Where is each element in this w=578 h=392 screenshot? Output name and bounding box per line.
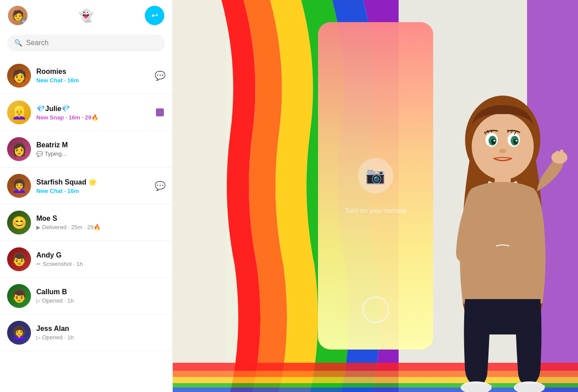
- chat-sub-text: ✂ Screenshot · 1h: [36, 261, 149, 267]
- chat-indicator-roomies: 💬: [155, 70, 165, 81]
- svg-point-20: [491, 139, 496, 144]
- chat-info-jess: Jess Alan▷ Opened · 1h: [36, 325, 149, 341]
- chat-item-callum[interactable]: 👦Callum B▷ Opened · 1h: [0, 278, 172, 315]
- chat-name: Andy G: [36, 251, 149, 259]
- main-area: 📷 Turn on your camera: [173, 0, 578, 392]
- chat-avatar-julie: 👱‍♀️: [7, 100, 31, 124]
- chat-name: Roomies: [36, 68, 149, 76]
- chat-name: Callum B: [36, 288, 149, 296]
- bitmoji-character: [436, 82, 569, 392]
- avatar-image: 👩‍🦱: [7, 174, 31, 198]
- settings-gear-icon: ⚙: [20, 18, 27, 25]
- chat-sub-text: New Snap · 16m · 29🔥: [36, 114, 149, 121]
- chat-sub-icon: ▷: [36, 334, 40, 341]
- chat-indicator-beatriz: [155, 144, 165, 154]
- sidebar-header: 🧑 ⚙ 👻 ↩: [0, 0, 172, 31]
- svg-rect-0: [173, 0, 226, 392]
- chat-sub-icon: ▷: [36, 298, 40, 304]
- chat-indicator-starfish: 💬: [155, 181, 165, 191]
- chat-avatar-beatriz: 👩: [7, 137, 31, 161]
- svg-point-25: [551, 151, 567, 164]
- chat-sub-icon: ✂: [36, 261, 41, 267]
- svg-point-22: [493, 140, 495, 142]
- chat-indicator-jess: [155, 327, 165, 338]
- chat-info-starfish: Starfish Squad 🌟New Chat · 16m: [36, 178, 149, 194]
- avatar-image: 👦: [7, 247, 31, 271]
- chat-item-moe[interactable]: 😊Moe S▶ Delivered · 25m · 29🔥: [0, 204, 172, 241]
- add-friend-button[interactable]: ↩: [145, 6, 164, 25]
- chat-bubble-icon: 💬: [155, 70, 166, 81]
- chat-sub-text: ▷ Opened · 1h: [36, 297, 149, 304]
- chat-name: Moe S: [36, 215, 149, 223]
- search-input-wrap: 🔍: [7, 35, 165, 51]
- chat-item-beatriz[interactable]: 👩Beatriz M💬 Typing...: [0, 131, 172, 168]
- avatar-image: 👩: [7, 137, 31, 161]
- shutter-button[interactable]: [362, 296, 389, 323]
- chat-info-julie: 💎Julie💎New Snap · 16m · 29🔥: [36, 104, 149, 121]
- chat-name: Beatriz M: [36, 141, 149, 149]
- search-icon: 🔍: [14, 39, 23, 47]
- chat-item-roomies[interactable]: 🧑RoomiesNew Chat · 16m💬: [0, 58, 172, 94]
- chat-name: Starfish Squad 🌟: [36, 178, 149, 186]
- avatar-image: 🧑: [7, 64, 31, 88]
- chat-indicator-andy: [155, 254, 165, 265]
- svg-rect-26: [556, 151, 559, 159]
- chat-avatar-jess: 👩‍🦱: [7, 321, 31, 345]
- chat-info-roomies: RoomiesNew Chat · 16m: [36, 68, 149, 84]
- snap-received-indicator: [156, 108, 164, 116]
- chat-sub-text: New Chat · 16m: [36, 188, 149, 194]
- chat-list: 🧑RoomiesNew Chat · 16m💬👱‍♀️💎Julie💎New Sn…: [0, 58, 172, 392]
- chat-avatar-roomies: 🧑: [7, 64, 31, 88]
- chat-info-andy: Andy G✂ Screenshot · 1h: [36, 251, 149, 267]
- chat-info-beatriz: Beatriz M💬 Typing...: [36, 141, 149, 157]
- camera-icon: 📷: [365, 166, 385, 185]
- avatar-image: 👩‍🦱: [7, 321, 31, 345]
- chat-avatar-andy: 👦: [7, 247, 31, 271]
- chat-bubble-icon: 💬: [155, 181, 166, 191]
- svg-rect-27: [560, 150, 563, 158]
- svg-point-21: [513, 139, 518, 144]
- chat-info-callum: Callum B▷ Opened · 1h: [36, 288, 149, 304]
- chat-info-moe: Moe S▶ Delivered · 25m · 29🔥: [36, 215, 149, 231]
- svg-point-23: [516, 140, 517, 142]
- bitmoji-svg: [436, 82, 569, 392]
- chat-sub-text: ▶ Delivered · 25m · 29🔥: [36, 224, 149, 231]
- chat-sub-text: New Chat · 16m: [36, 77, 149, 84]
- chat-sub-icon: 💬: [36, 151, 43, 157]
- camera-card: 📷 Turn on your camera: [318, 22, 433, 350]
- chat-name: 💎Julie💎: [36, 104, 149, 113]
- camera-icon-wrap: 📷: [358, 158, 393, 193]
- avatar-image: 👱‍♀️: [7, 100, 31, 124]
- chat-item-jess[interactable]: 👩‍🦱Jess Alan▷ Opened · 1h: [0, 315, 172, 351]
- avatar-image: 👦: [7, 284, 31, 308]
- chat-avatar-callum: 👦: [7, 284, 31, 308]
- chat-item-andy[interactable]: 👦Andy G✂ Screenshot · 1h: [0, 241, 172, 278]
- avatar-image: 😊: [7, 211, 31, 234]
- chat-name: Jess Alan: [36, 325, 149, 333]
- search-bar: 🔍: [0, 31, 172, 58]
- chat-sub-text: ▷ Opened · 1h: [36, 334, 149, 341]
- camera-label: Turn on your camera: [345, 207, 406, 214]
- chat-indicator-callum: [155, 291, 165, 301]
- svg-point-24: [499, 149, 506, 153]
- chat-avatar-starfish: 👩‍🦱: [7, 174, 31, 198]
- sidebar: 🧑 ⚙ 👻 ↩ 🔍 🧑RoomiesNew Chat · 16m💬👱‍♀️💎Ju…: [0, 0, 173, 392]
- chat-indicator-moe: [155, 217, 165, 228]
- chat-item-julie[interactable]: 👱‍♀️💎Julie💎New Snap · 16m · 29🔥: [0, 94, 172, 131]
- chat-indicator-julie: [155, 107, 165, 118]
- user-avatar[interactable]: 🧑 ⚙: [8, 6, 27, 25]
- add-friend-icon: ↩: [151, 11, 158, 20]
- chat-sub-text: 💬 Typing...: [36, 150, 149, 157]
- svg-point-15: [472, 113, 534, 180]
- chat-avatar-moe: 😊: [7, 211, 31, 234]
- chat-sub-icon: ▶: [36, 224, 40, 231]
- snapchat-logo-icon: 👻: [78, 8, 94, 23]
- chat-item-starfish[interactable]: 👩‍🦱Starfish Squad 🌟New Chat · 16m💬: [0, 168, 172, 204]
- search-input[interactable]: [26, 39, 158, 47]
